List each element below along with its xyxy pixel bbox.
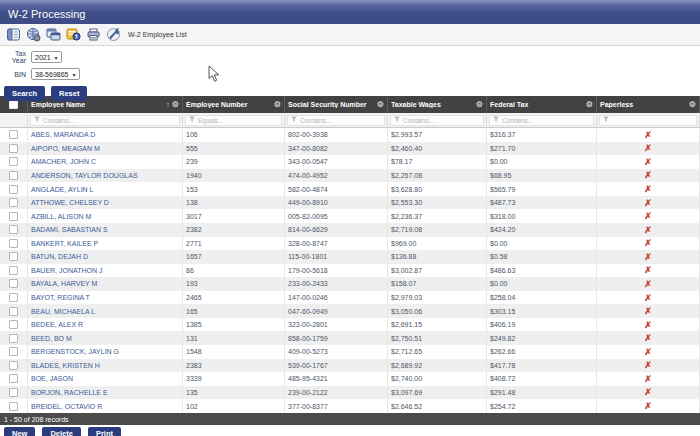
paperless-cell: ✗ [597,372,700,386]
column-menu-gear-icon[interactable]: ⚙ [689,101,696,109]
paperless-cell: ✗ [597,209,700,223]
new-button[interactable]: New [4,427,35,436]
reset-button[interactable]: Reset [51,86,87,101]
column-menu-gear-icon[interactable]: ⚙ [586,101,593,109]
employee-name-cell[interactable]: BERGENSTOCK, JAYLIN G [28,345,183,359]
row-checkbox[interactable] [9,130,18,139]
employee-name-cell[interactable]: ANDERSON, TAYLOR DOUGLAS [28,169,183,183]
row-checkbox[interactable] [9,252,18,261]
employee-name-cell[interactable]: BEED, BO M [28,331,183,345]
funnel-icon[interactable] [493,116,499,124]
paperless-cell: ✗ [597,304,700,318]
paperless-cell: ✗ [597,128,700,142]
row-select-cell [0,399,28,413]
row-checkbox[interactable] [9,388,18,397]
toolbar-label: W-2 Employee List [128,31,187,38]
row-checkbox[interactable] [9,225,18,234]
tax-year-select[interactable]: 2021 ▾ [31,51,62,63]
funnel-icon[interactable] [34,116,40,124]
column-menu-gear-icon[interactable]: ⚙ [274,101,281,109]
filter-input[interactable]: Equals... [185,115,282,126]
row-select-cell [0,182,28,196]
taxable-wages-cell: $2,646.52 [388,399,487,413]
table-row: BERGENSTOCK, JAYLIN G1548409-00-5273$2,7… [0,345,700,359]
filter-input[interactable] [599,115,697,126]
row-checkbox[interactable] [9,361,18,370]
row-checkbox[interactable] [9,266,18,275]
employee-number-cell: 1385 [183,318,285,332]
funnel-icon[interactable] [291,116,297,124]
column-menu-gear-icon[interactable]: ⚙ [476,101,483,109]
paperless-x-icon: ✗ [600,333,696,343]
printer-icon[interactable] [83,26,103,44]
row-select-cell [0,237,28,251]
row-checkbox[interactable] [9,307,18,316]
paperless-x-icon: ✗ [600,374,696,384]
federal-tax-cell: $318.00 [487,209,597,223]
paperless-cell: ✗ [597,359,700,373]
employee-name-cell[interactable]: BADAMI, SABASTIAN S [28,223,183,237]
employee-name-cell[interactable]: AMACHER, JOHN C [28,155,183,169]
row-checkbox[interactable] [9,334,18,343]
row-checkbox[interactable] [9,198,18,207]
row-checkbox[interactable] [9,212,18,221]
column-menu-gear-icon[interactable]: ⚙ [172,101,179,109]
employee-name-cell[interactable]: BEAU, MICHAELA L [28,304,183,318]
table-row: BORJON, RACHELLE E135239-00-2122$3,097.6… [0,386,700,400]
title-bar: W-2 Processing [0,0,700,24]
row-checkbox[interactable] [9,293,18,302]
row-checkbox[interactable] [9,185,18,194]
select-all-checkbox[interactable] [9,100,18,109]
funnel-icon[interactable] [394,116,400,124]
filter-input[interactable]: Contains... [30,115,180,126]
delete-button[interactable]: Delete [42,427,81,436]
employee-name-cell[interactable]: BOE, JASON [28,372,183,386]
employee-name-cell[interactable]: ANGLADE, AYLIN L [28,182,183,196]
row-checkbox[interactable] [9,374,18,383]
employee-name-cell[interactable]: ABES, MARANDA D [28,128,183,142]
employee-number-cell: 3339 [183,372,285,386]
employee-name-cell[interactable]: AIPOPO, MEAGAN M [28,142,183,156]
paperless-x-icon: ✗ [600,360,696,370]
filter-input[interactable]: Contains... [390,115,484,126]
employee-icon[interactable] [63,26,83,44]
form-icon[interactable] [3,26,23,44]
row-checkbox[interactable] [9,144,18,153]
column-menu-gear-icon[interactable]: ⚙ [377,101,384,109]
table-row: BLADES, KRISTEN H2383539-00-1767$2,689.9… [0,359,700,373]
filter-input[interactable]: Contains... [287,115,385,126]
print-button[interactable]: Print [88,427,121,436]
row-checkbox[interactable] [9,279,18,288]
employee-name-cell[interactable]: BLADES, KRISTEN H [28,359,183,373]
globe-icon[interactable] [23,26,43,44]
row-checkbox[interactable] [9,402,18,411]
funnel-icon[interactable] [603,116,609,124]
federal-tax-cell: $486.63 [487,264,597,278]
employee-name-cell[interactable]: BATUN, DEJAH D [28,250,183,264]
row-checkbox[interactable] [9,320,18,329]
row-checkbox[interactable] [9,157,18,166]
employee-name-cell[interactable]: BAUER, JONATHON J [28,264,183,278]
row-checkbox[interactable] [9,347,18,356]
employee-name-cell[interactable]: BAYALA, HARVEY M [28,277,183,291]
employee-name-cell[interactable]: BREIDEL, OCTAVIO R [28,399,183,413]
employee-name-cell[interactable]: BORJON, RACHELLE E [28,386,183,400]
table-row: BAYALA, HARVEY M193233-00-2433$158.07$0.… [0,277,700,291]
employee-number-cell: 239 [183,155,285,169]
row-checkbox[interactable] [9,239,18,248]
bin-select[interactable]: 38-569865 ▾ [31,68,80,80]
search-button[interactable]: Search [4,86,45,101]
employee-name-cell[interactable]: ATTHOWE, CHELSEY D [28,196,183,210]
funnel-icon[interactable] [189,116,195,124]
taxable-wages-cell: $136.88 [388,250,487,264]
windows-icon[interactable] [43,26,63,44]
employee-name-cell[interactable]: AZBILL, ALISON M [28,209,183,223]
tools-icon[interactable] [103,26,123,44]
employee-name-cell[interactable]: BANKERT, KAILEE P [28,237,183,251]
row-checkbox[interactable] [9,171,18,180]
employee-number-cell: 135 [183,386,285,400]
employee-name-cell[interactable]: BAYOT, REGINA T [28,291,183,305]
employee-name-cell[interactable]: BEDEE, ALEX R [28,318,183,332]
filter-input[interactable]: Contains... [489,115,594,126]
federal-tax-cell: $406.19 [487,318,597,332]
